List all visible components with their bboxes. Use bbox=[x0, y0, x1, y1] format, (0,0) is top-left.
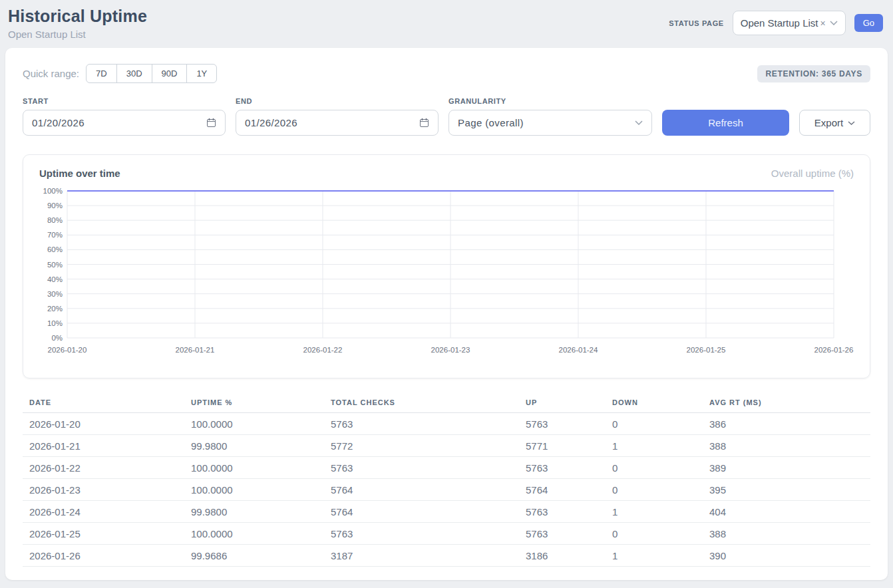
cell-down: 1 bbox=[606, 501, 703, 523]
chart-header: Uptime over time Overall uptime (%) bbox=[39, 168, 854, 179]
export-button[interactable]: Export bbox=[799, 110, 870, 136]
end-date-input[interactable]: 01/26/2026 bbox=[236, 110, 439, 136]
cell-uptime: 100.0000 bbox=[184, 413, 324, 435]
svg-text:50%: 50% bbox=[47, 261, 63, 269]
start-date-label: START bbox=[23, 97, 226, 105]
status-page-select[interactable]: Open Startup List × bbox=[733, 11, 846, 35]
page-title: Historical Uptime bbox=[8, 7, 147, 26]
refresh-button[interactable]: Refresh bbox=[662, 110, 789, 136]
cell-uptime: 100.0000 bbox=[184, 523, 324, 545]
table-row: 2026-01-21 99.9800 5772 5771 1 388 bbox=[23, 435, 870, 457]
chevron-down-icon bbox=[635, 120, 643, 125]
cell-down: 1 bbox=[606, 545, 703, 567]
cell-down: 0 bbox=[606, 457, 703, 479]
cell-down: 0 bbox=[606, 523, 703, 545]
quick-range-90d-button[interactable]: 90D bbox=[152, 64, 188, 83]
export-button-label: Export bbox=[814, 117, 843, 128]
column-header-avg-rt: AVG RT (MS) bbox=[703, 394, 870, 413]
granularity-selected-value: Page (overall) bbox=[458, 117, 524, 128]
svg-text:10%: 10% bbox=[47, 319, 63, 327]
cell-date: 2026-01-22 bbox=[23, 457, 184, 479]
cell-total-checks: 3187 bbox=[324, 545, 519, 567]
quick-range-row: Quick range: 7D 30D 90D 1Y RETENTION: 36… bbox=[23, 64, 870, 83]
table-row: 2026-01-20 100.0000 5763 5763 0 386 bbox=[23, 413, 870, 435]
cell-uptime: 99.9800 bbox=[184, 435, 324, 457]
column-header-uptime: UPTIME % bbox=[184, 394, 324, 413]
cell-up: 5763 bbox=[519, 501, 606, 523]
granularity-select[interactable]: Page (overall) bbox=[448, 110, 652, 136]
cell-avg-rt: 395 bbox=[703, 479, 870, 501]
cell-down: 0 bbox=[606, 413, 703, 435]
table-row: 2026-01-25 100.0000 5763 5763 0 388 bbox=[23, 523, 870, 545]
svg-text:60%: 60% bbox=[47, 245, 63, 253]
table-row: 2026-01-23 100.0000 5764 5764 0 395 bbox=[23, 479, 870, 501]
retention-badge: RETENTION: 365 DAYS bbox=[757, 65, 870, 82]
uptime-line-chart: 0%10%20%30%40%50%60%70%80%90%100%2026-01… bbox=[39, 183, 855, 357]
column-header-total-checks: TOTAL CHECKS bbox=[324, 394, 519, 413]
quick-range-7d-button[interactable]: 7D bbox=[86, 64, 117, 83]
go-button[interactable]: Go bbox=[854, 14, 883, 32]
end-date-value: 01/26/2026 bbox=[245, 117, 297, 128]
header-right: STATUS PAGE Open Startup List × Go bbox=[669, 11, 883, 35]
quick-range-30d-button[interactable]: 30D bbox=[116, 64, 152, 83]
clear-selection-icon[interactable]: × bbox=[820, 18, 825, 29]
start-date-value: 01/20/2026 bbox=[32, 117, 85, 128]
status-page-label: STATUS PAGE bbox=[669, 19, 723, 27]
daily-uptime-table: DATE UPTIME % TOTAL CHECKS UP DOWN AVG R… bbox=[23, 394, 870, 567]
cell-avg-rt: 388 bbox=[703, 523, 870, 545]
chart-legend-label: Overall uptime (%) bbox=[771, 168, 854, 179]
column-header-down: DOWN bbox=[606, 394, 703, 413]
cell-uptime: 100.0000 bbox=[184, 479, 324, 501]
svg-text:2026-01-22: 2026-01-22 bbox=[303, 346, 343, 354]
end-date-label: END bbox=[236, 97, 439, 105]
page-header: Historical Uptime Open Startup List STAT… bbox=[0, 0, 893, 48]
svg-text:2026-01-26: 2026-01-26 bbox=[814, 346, 854, 354]
svg-text:40%: 40% bbox=[47, 275, 63, 283]
table-header: DATE UPTIME % TOTAL CHECKS UP DOWN AVG R… bbox=[23, 394, 870, 413]
cell-total-checks: 5763 bbox=[324, 457, 519, 479]
svg-text:70%: 70% bbox=[47, 231, 63, 239]
cell-total-checks: 5764 bbox=[324, 479, 519, 501]
chart-title: Uptime over time bbox=[39, 168, 120, 179]
cell-uptime: 99.9800 bbox=[184, 501, 324, 523]
svg-text:2026-01-24: 2026-01-24 bbox=[559, 346, 598, 354]
quick-range-1y-button[interactable]: 1Y bbox=[186, 64, 217, 83]
granularity-label: GRANULARITY bbox=[448, 97, 652, 105]
quick-range-label: Quick range: bbox=[23, 68, 79, 79]
uptime-chart-card: Uptime over time Overall uptime (%) 0%10… bbox=[23, 154, 870, 378]
column-header-date: DATE bbox=[23, 394, 184, 413]
cell-up: 5763 bbox=[519, 523, 606, 545]
title-block: Historical Uptime Open Startup List bbox=[8, 7, 147, 40]
cell-down: 0 bbox=[606, 479, 703, 501]
cell-avg-rt: 388 bbox=[703, 435, 870, 457]
cell-avg-rt: 386 bbox=[703, 413, 870, 435]
svg-text:2026-01-20: 2026-01-20 bbox=[48, 346, 87, 354]
cell-up: 5771 bbox=[519, 435, 606, 457]
svg-text:80%: 80% bbox=[47, 216, 63, 224]
cell-total-checks: 5772 bbox=[324, 435, 519, 457]
svg-text:20%: 20% bbox=[47, 305, 63, 313]
cell-up: 5763 bbox=[519, 457, 606, 479]
cell-date: 2026-01-25 bbox=[23, 523, 184, 545]
table-row: 2026-01-24 99.9800 5764 5763 1 404 bbox=[23, 501, 870, 523]
status-page-selected-value: Open Startup List bbox=[741, 17, 818, 29]
calendar-icon[interactable] bbox=[419, 118, 429, 128]
cell-avg-rt: 390 bbox=[703, 545, 870, 567]
cell-date: 2026-01-26 bbox=[23, 545, 184, 567]
cell-up: 5764 bbox=[519, 479, 606, 501]
start-date-input[interactable]: 01/20/2026 bbox=[23, 110, 226, 136]
cell-up: 5763 bbox=[519, 413, 606, 435]
cell-date: 2026-01-21 bbox=[23, 435, 184, 457]
svg-text:0%: 0% bbox=[51, 334, 63, 342]
cell-avg-rt: 404 bbox=[703, 501, 870, 523]
cell-avg-rt: 389 bbox=[703, 457, 870, 479]
cell-date: 2026-01-24 bbox=[23, 501, 184, 523]
chevron-down-icon bbox=[830, 21, 838, 25]
cell-down: 1 bbox=[606, 435, 703, 457]
column-header-up: UP bbox=[519, 394, 606, 413]
svg-text:2026-01-25: 2026-01-25 bbox=[687, 346, 726, 354]
calendar-icon[interactable] bbox=[206, 118, 216, 128]
svg-text:2026-01-23: 2026-01-23 bbox=[431, 346, 470, 354]
cell-total-checks: 5763 bbox=[324, 413, 519, 435]
chevron-down-icon bbox=[848, 121, 855, 125]
